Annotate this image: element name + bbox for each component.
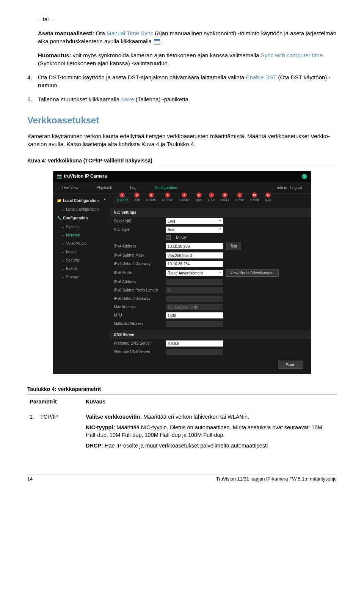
ipv4-mask-label: IPv4 Subnet Mask	[114, 253, 163, 258]
help-icon[interactable]: ?	[302, 174, 307, 179]
nic-type-dropdown[interactable]: Auto	[166, 227, 223, 233]
sidebar-group-config[interactable]: 🔧 Configuration	[53, 214, 110, 223]
ipv6-addr-input[interactable]	[166, 279, 223, 285]
select-nic-dropdown[interactable]: LAN	[166, 218, 223, 224]
tab-port[interactable]: 2Port	[131, 196, 143, 203]
ipv4-gw-input[interactable]: 10.10.38.254	[166, 261, 223, 267]
tab-snmp[interactable]: 5SNMP	[177, 196, 192, 203]
th-params: Parametrit	[27, 395, 83, 409]
figure-caption: Kuva 4: verkkoikkuna (TCP/IP-välilehti n…	[27, 157, 337, 165]
manual-time-sync-term: Manual Time Sync	[107, 30, 153, 36]
label: NAT	[265, 198, 271, 202]
sidebar-group-local[interactable]: 📁 Local Configuration ˅	[53, 196, 110, 205]
dhcp-label: DHCP	[176, 235, 187, 240]
dhcp-checkbox[interactable]	[166, 235, 171, 240]
section-heading: Verkkoasetukset	[27, 114, 337, 127]
sidebar-item-storage[interactable]: Storage	[53, 273, 110, 281]
txt: Määrittää eri verkon lähiverkon tai WLAN…	[142, 414, 249, 420]
nic-settings-title: NIC Settings	[110, 208, 311, 217]
tab-email[interactable]: 10Email	[247, 196, 262, 203]
brand-logo: 📷 truVision IP Camera	[57, 173, 107, 180]
label: SNMP	[179, 198, 190, 202]
tab-upnp[interactable]: 9UPnP	[232, 196, 247, 203]
username-label: admin	[277, 185, 287, 191]
dns-server-title: DNS Server	[110, 330, 311, 339]
ipv6-gw-input[interactable]	[166, 296, 223, 302]
txt: Ota DST-toiminto käyttöön ja aseta DST-a…	[38, 74, 246, 80]
logout-link[interactable]: Logout	[290, 185, 302, 191]
alt-divider: – tai –	[38, 15, 337, 23]
save-button[interactable]: Save	[278, 361, 303, 369]
sidebar-item-events[interactable]: Events	[53, 265, 110, 273]
step-5: 5. Tallenna muutokset klikkaamalla Save …	[27, 95, 337, 103]
badge-3: 3	[149, 192, 154, 198]
label: Email	[250, 198, 259, 202]
pref-dns-input[interactable]: 8.8.8.8	[166, 340, 223, 347]
test-button[interactable]: Test	[226, 243, 241, 250]
badge-6: 6	[196, 192, 202, 198]
multicast-input[interactable]	[166, 321, 223, 327]
mtu-input[interactable]: 1500	[166, 312, 223, 318]
label: TCP/IP	[116, 198, 128, 202]
alt-dns-input[interactable]	[166, 349, 223, 355]
ipv6-prefix-input[interactable]: 0	[166, 287, 223, 293]
label: UPnP	[235, 198, 244, 202]
nav-log[interactable]: Log	[121, 182, 146, 194]
params-table: Parametrit Kuvaus 1. TCP/IP Valitse verk…	[27, 394, 337, 455]
note-para: Huomautus: voit myös synkronoida kameran…	[38, 51, 337, 67]
ipv6-prefix-label: IPv6 Subnet Prefix Length	[114, 288, 163, 293]
tab-ddns[interactable]: 3DDNS	[143, 196, 159, 203]
label: Wi-Fi	[221, 198, 229, 202]
mac-input: c0:56:e3:de:03:d0	[166, 304, 223, 310]
label: Configuration	[63, 216, 88, 221]
tab-ftp[interactable]: 7FTP	[206, 196, 218, 203]
label: DDNS	[146, 198, 156, 202]
tab-qos[interactable]: 6QoS	[193, 196, 205, 203]
sidebar-item-video-audio[interactable]: Video/Audio	[53, 240, 110, 248]
tab-tcpip[interactable]: 1TCP/IP	[114, 196, 131, 203]
user-area: admin Logout	[268, 182, 311, 194]
label: QoS	[195, 198, 202, 202]
ipv4-address-input[interactable]: 10.10.38.236	[166, 243, 223, 249]
calendar-icon	[154, 39, 160, 45]
nav-live-view[interactable]: Live View	[53, 182, 88, 194]
term: DHCP:	[86, 443, 103, 449]
sidebar: 📁 Local Configuration ˅ Local Configurat…	[53, 194, 110, 374]
term: NIC-tyyppi:	[86, 424, 115, 430]
section-intro: Kameran käyttäminen verkon kautta edelly…	[27, 132, 337, 148]
table-row: 1. TCP/IP Valitse verkkosovitin: Määritt…	[27, 409, 337, 455]
step-text: Tallenna muutokset klikkaamalla Save (Ta…	[38, 95, 337, 103]
tab-pppoe[interactable]: 4PPPoE	[159, 196, 176, 203]
sidebar-item-image[interactable]: Image	[53, 248, 110, 256]
tab-wifi[interactable]: 8Wi-Fi	[218, 196, 232, 203]
page-number: 14	[27, 476, 33, 483]
badge-5: 5	[182, 192, 187, 198]
badge-11: 11	[265, 192, 271, 198]
doc-title: TruVision 11/31 -sarjan IP-kamera FW 5.1…	[216, 476, 337, 483]
sidebar-item-local-config[interactable]: Local Configuration	[53, 205, 110, 214]
table-title: Taulukko 4: verkkoparametrit	[27, 386, 337, 393]
term: Valitse verkkosovitin:	[86, 414, 142, 420]
badge-8: 8	[222, 192, 228, 198]
txt: (Tallenna) -painiketta.	[134, 96, 190, 102]
top-nav: Live View Playback Log Configuration adm…	[53, 182, 311, 194]
page-footer: 14 TruVision 11/31 -sarjan IP-kamera FW …	[27, 474, 337, 483]
ipv6-mode-dropdown[interactable]: Route Advertisement	[166, 270, 223, 276]
sidebar-item-security[interactable]: Security	[53, 256, 110, 265]
sidebar-item-network[interactable]: Network	[53, 231, 110, 240]
txt: : Ota	[93, 30, 107, 36]
ipv4-mask-input[interactable]: 255.255.255.0	[166, 252, 223, 258]
view-route-button[interactable]: View Route Advertisement	[226, 269, 279, 277]
label: Port	[134, 198, 140, 202]
manual-label: Aseta manuaalisesti	[38, 30, 93, 36]
badge-10: 10	[252, 192, 257, 198]
sidebar-item-system[interactable]: System	[53, 223, 110, 231]
ipv4-address-label: IPv4 Address	[114, 244, 163, 249]
tab-nat[interactable]: 11NAT	[262, 196, 274, 203]
mtu-label: MTU	[114, 313, 163, 318]
alt-dns-label: Alternate DNS Server	[114, 349, 163, 355]
nav-playback[interactable]: Playback	[88, 182, 121, 194]
nav-configuration[interactable]: Configuration	[146, 182, 186, 194]
nic-type-label: NIC Type	[114, 227, 163, 232]
step-number: 4.	[27, 73, 38, 89]
